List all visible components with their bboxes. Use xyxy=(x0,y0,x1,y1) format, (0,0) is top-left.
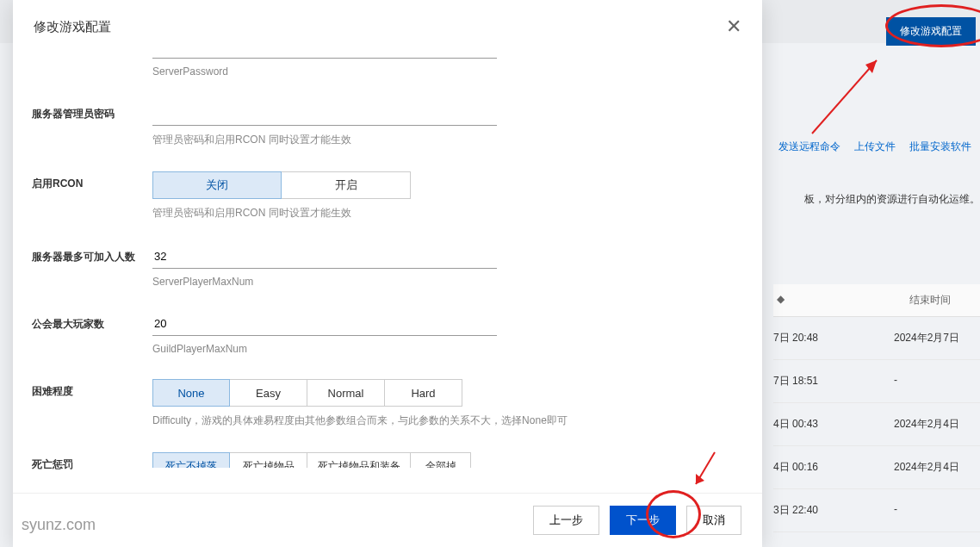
difficulty-normal-button[interactable]: Normal xyxy=(307,379,385,407)
death-penalty-label: 死亡惩罚 xyxy=(32,452,152,472)
death-items-equip-button[interactable]: 死亡掉物品和装备 xyxy=(307,452,411,468)
cancel-button[interactable]: 取消 xyxy=(686,506,741,535)
admin-password-help: 管理员密码和启用RCON 同时设置才能生效 xyxy=(152,133,514,147)
difficulty-hard-button[interactable]: Hard xyxy=(385,379,462,407)
guild-max-label: 公会最大玩家数 xyxy=(32,312,152,332)
server-password-row: ServerPassword xyxy=(32,50,741,78)
death-penalty-row: 死亡惩罚 死亡不掉落 死亡掉物品 死亡掉物品和装备 全部掉 xyxy=(32,452,741,472)
max-players-label: 服务器最多可加入人数 xyxy=(32,245,152,264)
admin-password-input[interactable] xyxy=(152,102,497,126)
guild-max-row: 公会最大玩家数 GuildPlayerMaxNum xyxy=(32,312,741,355)
server-password-input[interactable] xyxy=(152,50,497,59)
rcon-toggle-group: 关闭 开启 xyxy=(152,171,514,199)
death-none-button[interactable]: 死亡不掉落 xyxy=(152,452,230,468)
watermark: syunz.com xyxy=(22,516,96,534)
death-items-button[interactable]: 死亡掉物品 xyxy=(230,452,307,468)
admin-password-label: 服务器管理员密码 xyxy=(32,102,152,121)
rcon-help: 管理员密码和启用RCON 同时设置才能生效 xyxy=(152,206,514,221)
max-players-help: ServerPlayerMaxNum xyxy=(152,276,514,288)
modal-overlay: 修改游戏配置 ✕ ServerPassword 服务器管理员密码 管理员密码和启… xyxy=(0,0,980,547)
server-password-help: ServerPassword xyxy=(152,65,514,78)
rcon-label: 启用RCON xyxy=(32,171,152,191)
death-penalty-toggle-group: 死亡不掉落 死亡掉物品 死亡掉物品和装备 全部掉 xyxy=(152,452,669,468)
prev-button[interactable]: 上一步 xyxy=(533,506,599,535)
difficulty-help: Difficulty，游戏的具体难易程度由其他参数组合而来，与此参数的关系不大，… xyxy=(152,413,669,428)
modal-title: 修改游戏配置 xyxy=(34,19,111,35)
difficulty-toggle-group: None Easy Normal Hard xyxy=(152,379,669,407)
death-all-button[interactable]: 全部掉 xyxy=(411,452,471,468)
modal-footer: 上一步 下一步 取消 xyxy=(13,493,762,547)
difficulty-easy-button[interactable]: Easy xyxy=(230,379,307,407)
admin-password-row: 服务器管理员密码 管理员密码和启用RCON 同时设置才能生效 xyxy=(32,102,741,147)
rcon-on-button[interactable]: 开启 xyxy=(282,171,411,199)
config-modal: 修改游戏配置 ✕ ServerPassword 服务器管理员密码 管理员密码和启… xyxy=(13,0,762,547)
max-players-row: 服务器最多可加入人数 ServerPlayerMaxNum xyxy=(32,245,741,288)
next-button[interactable]: 下一步 xyxy=(610,506,676,535)
guild-max-input[interactable] xyxy=(152,312,497,336)
modal-header: 修改游戏配置 ✕ xyxy=(13,0,762,50)
difficulty-row: 困难程度 None Easy Normal Hard Difficulty，游戏… xyxy=(32,379,741,428)
guild-max-help: GuildPlayerMaxNum xyxy=(152,343,514,355)
rcon-off-button[interactable]: 关闭 xyxy=(152,171,282,199)
modal-body[interactable]: ServerPassword 服务器管理员密码 管理员密码和启用RCON 同时设… xyxy=(13,50,762,493)
close-icon[interactable]: ✕ xyxy=(726,17,741,36)
rcon-row: 启用RCON 关闭 开启 管理员密码和启用RCON 同时设置才能生效 xyxy=(32,171,741,221)
difficulty-label: 困难程度 xyxy=(32,379,152,399)
max-players-input[interactable] xyxy=(152,245,497,269)
difficulty-none-button[interactable]: None xyxy=(152,379,230,407)
